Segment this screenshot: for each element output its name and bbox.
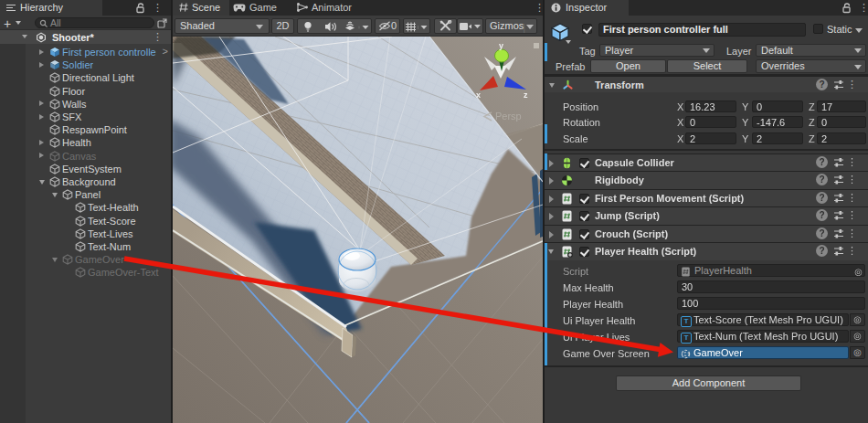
svg-text:x: x <box>476 90 481 100</box>
svg-text:Persp: Persp <box>495 111 522 122</box>
svg-text:y: y <box>499 41 503 50</box>
svg-text:z: z <box>524 90 528 100</box>
